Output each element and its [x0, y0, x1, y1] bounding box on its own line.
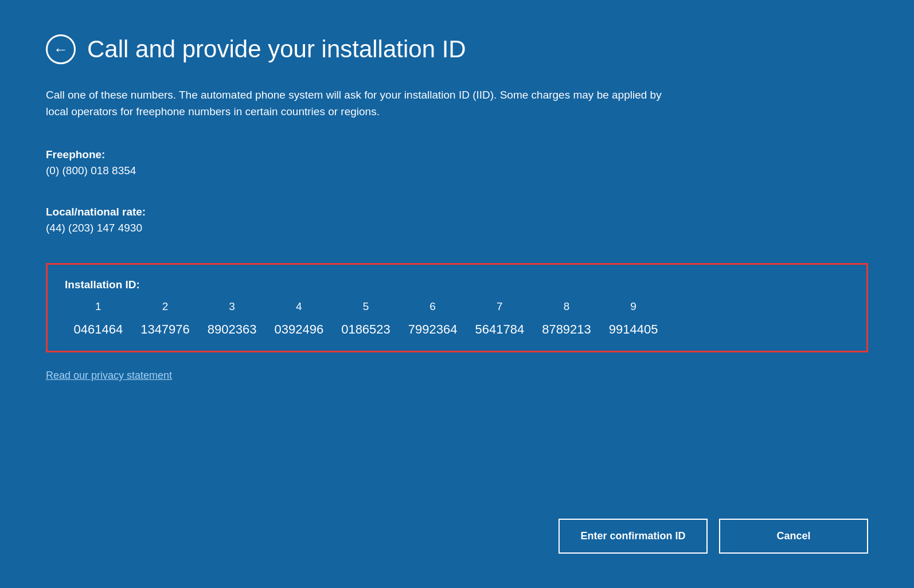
id-column-value-8: 8789213	[533, 322, 600, 337]
freephone-number: (0) (800) 018 8354	[46, 164, 868, 177]
installation-id-box: Installation ID: 123456789 0461464134797…	[46, 263, 868, 352]
installation-id-grid: 123456789	[65, 300, 667, 319]
footer: Enter confirmation ID Cancel	[46, 507, 868, 554]
id-column-number-9: 9	[600, 300, 667, 319]
id-column-value-2: 1347976	[132, 322, 199, 337]
freephone-label: Freephone:	[46, 148, 868, 161]
page-container: ← Call and provide your installation ID …	[0, 0, 914, 588]
id-column-value-4: 0392496	[265, 322, 333, 337]
enter-confirmation-id-button[interactable]: Enter confirmation ID	[558, 519, 708, 554]
id-column-number-2: 2	[132, 300, 199, 319]
installation-id-values-grid: 0461464134797689023630392496018652379923…	[65, 322, 667, 337]
description-text: Call one of these numbers. The automated…	[46, 87, 677, 120]
page-title: Call and provide your installation ID	[87, 36, 466, 62]
id-column-value-3: 8902363	[198, 322, 265, 337]
installation-id-label: Installation ID:	[65, 279, 849, 291]
header: ← Call and provide your installation ID	[46, 34, 868, 64]
back-arrow-icon: ←	[53, 42, 68, 57]
privacy-link[interactable]: Read our privacy statement	[46, 370, 868, 382]
local-rate-number: (44) (203) 147 4930	[46, 222, 868, 234]
id-column-number-3: 3	[198, 300, 265, 319]
id-column-number-8: 8	[533, 300, 600, 319]
cancel-button[interactable]: Cancel	[719, 519, 868, 554]
local-rate-label: Local/national rate:	[46, 206, 868, 218]
id-column-number-6: 6	[399, 300, 466, 319]
freephone-section: Freephone: (0) (800) 018 8354	[46, 148, 868, 194]
back-button[interactable]: ←	[46, 34, 76, 64]
id-column-number-4: 4	[265, 300, 333, 319]
id-column-value-9: 9914405	[600, 322, 667, 337]
id-column-value-1: 0461464	[65, 322, 132, 337]
id-column-number-1: 1	[65, 300, 132, 319]
id-column-value-5: 0186523	[333, 322, 400, 337]
local-rate-section: Local/national rate: (44) (203) 147 4930	[46, 206, 868, 252]
id-column-number-5: 5	[333, 300, 400, 319]
id-column-value-6: 7992364	[399, 322, 466, 337]
id-column-value-7: 5641784	[466, 322, 533, 337]
id-column-number-7: 7	[466, 300, 533, 319]
